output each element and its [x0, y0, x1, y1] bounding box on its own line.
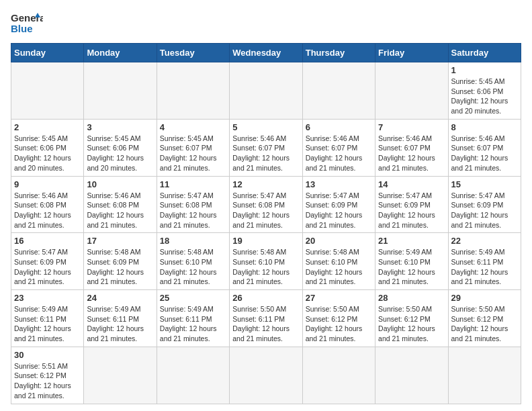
day-cell: 16Sunrise: 5:47 AM Sunset: 6:09 PM Dayli…: [11, 233, 84, 290]
day-cell: 5Sunrise: 5:46 AM Sunset: 6:07 PM Daylig…: [230, 119, 302, 176]
day-cell: 17Sunrise: 5:48 AM Sunset: 6:09 PM Dayli…: [84, 233, 157, 290]
week-row-6: 30Sunrise: 5:51 AM Sunset: 6:12 PM Dayli…: [11, 347, 521, 404]
day-cell: [375, 347, 448, 404]
day-info: Sunrise: 5:50 AM Sunset: 6:11 PM Dayligh…: [232, 304, 299, 344]
day-info: Sunrise: 5:49 AM Sunset: 6:11 PM Dayligh…: [14, 304, 81, 344]
day-cell: 12Sunrise: 5:47 AM Sunset: 6:08 PM Dayli…: [230, 176, 302, 233]
day-cell: 24Sunrise: 5:49 AM Sunset: 6:11 PM Dayli…: [84, 290, 157, 347]
day-info: Sunrise: 5:50 AM Sunset: 6:12 PM Dayligh…: [306, 304, 372, 344]
day-cell: [11, 62, 84, 120]
day-info: Sunrise: 5:46 AM Sunset: 6:07 PM Dayligh…: [306, 134, 372, 173]
day-info: Sunrise: 5:49 AM Sunset: 6:10 PM Dayligh…: [378, 247, 445, 287]
day-cell: 15Sunrise: 5:47 AM Sunset: 6:09 PM Dayli…: [448, 176, 521, 233]
day-number: 11: [160, 179, 226, 189]
day-info: Sunrise: 5:49 AM Sunset: 6:11 PM Dayligh…: [87, 304, 153, 344]
day-number: 17: [87, 236, 153, 246]
day-info: Sunrise: 5:47 AM Sunset: 6:09 PM Dayligh…: [378, 191, 445, 230]
day-cell: 28Sunrise: 5:50 AM Sunset: 6:12 PM Dayli…: [375, 290, 448, 347]
day-number: 24: [87, 293, 153, 303]
day-number: 21: [378, 236, 445, 246]
day-cell: 22Sunrise: 5:49 AM Sunset: 6:11 PM Dayli…: [448, 233, 521, 290]
day-info: Sunrise: 5:46 AM Sunset: 6:07 PM Dayligh…: [232, 134, 299, 173]
day-info: Sunrise: 5:49 AM Sunset: 6:11 PM Dayligh…: [451, 247, 518, 287]
day-number: 26: [232, 293, 299, 303]
day-cell: 27Sunrise: 5:50 AM Sunset: 6:12 PM Dayli…: [302, 290, 375, 347]
day-info: Sunrise: 5:48 AM Sunset: 6:10 PM Dayligh…: [232, 247, 299, 287]
day-number: 9: [14, 179, 81, 189]
day-info: Sunrise: 5:46 AM Sunset: 6:07 PM Dayligh…: [378, 134, 445, 173]
logo-svg: GeneralBlue: [11, 11, 43, 35]
day-info: Sunrise: 5:47 AM Sunset: 6:09 PM Dayligh…: [14, 247, 81, 287]
day-number: 16: [14, 236, 81, 246]
day-cell: 13Sunrise: 5:47 AM Sunset: 6:09 PM Dayli…: [302, 176, 375, 233]
day-info: Sunrise: 5:50 AM Sunset: 6:12 PM Dayligh…: [451, 304, 518, 344]
day-cell: 26Sunrise: 5:50 AM Sunset: 6:11 PM Dayli…: [230, 290, 302, 347]
day-cell: 25Sunrise: 5:49 AM Sunset: 6:11 PM Dayli…: [157, 290, 229, 347]
day-cell: [375, 62, 448, 120]
day-cell: 9Sunrise: 5:46 AM Sunset: 6:08 PM Daylig…: [11, 176, 84, 233]
day-number: 2: [14, 122, 81, 132]
day-info: Sunrise: 5:45 AM Sunset: 6:06 PM Dayligh…: [87, 134, 153, 173]
weekday-header-saturday: Saturday: [448, 44, 521, 62]
weekday-header-sunday: Sunday: [11, 44, 84, 62]
day-number: 8: [451, 122, 518, 132]
weekday-header-wednesday: Wednesday: [230, 44, 302, 62]
day-cell: 30Sunrise: 5:51 AM Sunset: 6:12 PM Dayli…: [11, 347, 84, 404]
day-number: 13: [306, 179, 372, 189]
day-number: 10: [87, 179, 153, 189]
day-number: 18: [160, 236, 226, 246]
day-number: 28: [378, 293, 445, 303]
day-cell: [230, 347, 302, 404]
day-number: 7: [378, 122, 445, 132]
day-number: 12: [232, 179, 299, 189]
day-info: Sunrise: 5:47 AM Sunset: 6:08 PM Dayligh…: [232, 191, 299, 230]
week-row-2: 2Sunrise: 5:45 AM Sunset: 6:06 PM Daylig…: [11, 119, 521, 176]
day-cell: [157, 62, 229, 120]
day-number: 5: [232, 122, 299, 132]
day-number: 22: [451, 236, 518, 246]
day-number: 14: [378, 179, 445, 189]
day-info: Sunrise: 5:50 AM Sunset: 6:12 PM Dayligh…: [378, 304, 445, 344]
day-cell: [230, 62, 302, 120]
day-info: Sunrise: 5:45 AM Sunset: 6:07 PM Dayligh…: [160, 134, 226, 173]
day-info: Sunrise: 5:48 AM Sunset: 6:09 PM Dayligh…: [87, 247, 153, 287]
day-number: 20: [306, 236, 372, 246]
day-number: 1: [451, 65, 518, 75]
weekday-header-monday: Monday: [84, 44, 157, 62]
week-row-1: 1Sunrise: 5:45 AM Sunset: 6:06 PM Daylig…: [11, 62, 521, 120]
day-cell: 23Sunrise: 5:49 AM Sunset: 6:11 PM Dayli…: [11, 290, 84, 347]
day-info: Sunrise: 5:48 AM Sunset: 6:10 PM Dayligh…: [160, 247, 226, 287]
day-cell: 3Sunrise: 5:45 AM Sunset: 6:06 PM Daylig…: [84, 119, 157, 176]
day-cell: 4Sunrise: 5:45 AM Sunset: 6:07 PM Daylig…: [157, 119, 229, 176]
calendar-table: SundayMondayTuesdayWednesdayThursdayFrid…: [11, 43, 521, 404]
day-cell: 6Sunrise: 5:46 AM Sunset: 6:07 PM Daylig…: [302, 119, 375, 176]
day-info: Sunrise: 5:46 AM Sunset: 6:07 PM Dayligh…: [451, 134, 518, 173]
day-cell: 11Sunrise: 5:47 AM Sunset: 6:08 PM Dayli…: [157, 176, 229, 233]
week-row-3: 9Sunrise: 5:46 AM Sunset: 6:08 PM Daylig…: [11, 176, 521, 233]
day-number: 4: [160, 122, 226, 132]
day-cell: [448, 347, 521, 404]
day-number: 25: [160, 293, 226, 303]
day-info: Sunrise: 5:47 AM Sunset: 6:09 PM Dayligh…: [306, 191, 372, 230]
day-cell: [157, 347, 229, 404]
day-cell: [84, 347, 157, 404]
day-info: Sunrise: 5:49 AM Sunset: 6:11 PM Dayligh…: [160, 304, 226, 344]
day-cell: 20Sunrise: 5:48 AM Sunset: 6:10 PM Dayli…: [302, 233, 375, 290]
day-cell: 14Sunrise: 5:47 AM Sunset: 6:09 PM Dayli…: [375, 176, 448, 233]
day-info: Sunrise: 5:47 AM Sunset: 6:09 PM Dayligh…: [451, 191, 518, 230]
week-row-4: 16Sunrise: 5:47 AM Sunset: 6:09 PM Dayli…: [11, 233, 521, 290]
weekday-header-row: SundayMondayTuesdayWednesdayThursdayFrid…: [11, 44, 521, 62]
day-info: Sunrise: 5:48 AM Sunset: 6:10 PM Dayligh…: [306, 247, 372, 287]
day-cell: 8Sunrise: 5:46 AM Sunset: 6:07 PM Daylig…: [448, 119, 521, 176]
day-number: 23: [14, 293, 81, 303]
day-cell: 1Sunrise: 5:45 AM Sunset: 6:06 PM Daylig…: [448, 62, 521, 120]
day-number: 29: [451, 293, 518, 303]
day-cell: 7Sunrise: 5:46 AM Sunset: 6:07 PM Daylig…: [375, 119, 448, 176]
weekday-header-friday: Friday: [375, 44, 448, 62]
day-number: 15: [451, 179, 518, 189]
day-number: 3: [87, 122, 153, 132]
header: GeneralBlue: [11, 11, 521, 35]
day-info: Sunrise: 5:47 AM Sunset: 6:08 PM Dayligh…: [160, 191, 226, 230]
day-cell: 19Sunrise: 5:48 AM Sunset: 6:10 PM Dayli…: [230, 233, 302, 290]
day-number: 19: [232, 236, 299, 246]
